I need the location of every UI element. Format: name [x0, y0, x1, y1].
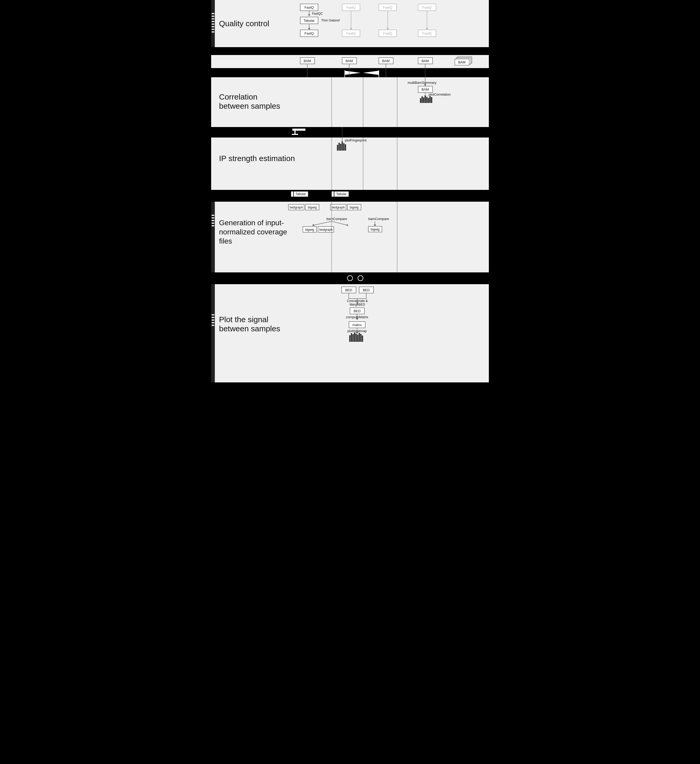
coverage-label-2: normalized coverage	[219, 228, 287, 236]
fastq-bottom-label-3: FastQ	[383, 31, 392, 35]
bamcompare-1-label: bamCompare	[326, 217, 347, 221]
bam-label-3: BAM	[382, 59, 390, 63]
ip-section	[211, 138, 489, 190]
chart-bar-7	[429, 96, 431, 103]
multibam-label: multiBamSummary	[408, 81, 437, 85]
chart-bar-5	[426, 97, 428, 103]
chart-bar-8	[431, 97, 432, 103]
hm-bar-8	[360, 334, 362, 342]
chart-bar-1	[420, 98, 421, 103]
bed-output-label: BED	[354, 309, 361, 313]
hm-bar-3	[352, 334, 354, 342]
sig-icon-bar3	[212, 319, 214, 321]
correlation-label-1: Correlation	[219, 92, 257, 101]
correlation-label-2: between samples	[219, 102, 280, 110]
hm-bar-7	[359, 333, 360, 342]
chart-bar-4	[425, 96, 426, 103]
hm-bar-6	[357, 335, 359, 342]
fp-bar-1	[337, 145, 338, 150]
chart-bar-6	[428, 98, 429, 103]
bedgraph-1-label: bedgraph	[290, 206, 303, 209]
plotheatmap-label: plotHeatmap	[348, 329, 367, 333]
qc-icon-bar3	[212, 18, 214, 19]
sep4-icon-r1	[332, 191, 334, 197]
scale-pole-l	[294, 131, 296, 134]
plotfingerprint-label: plotFingerprint	[345, 138, 366, 142]
plotcorr-label: plotCorrelation	[429, 92, 451, 96]
fastq-bottom-label-1: FastQ	[304, 31, 313, 35]
fp-bar-2	[338, 143, 340, 150]
bedgraph-bc1-label: bedgraph	[319, 228, 333, 232]
scale-icon-l	[292, 128, 305, 131]
coverage-label-3: files	[219, 237, 232, 245]
qc-icon-bar4	[212, 21, 214, 22]
qc-icon-bar6	[212, 26, 214, 27]
matrix-label: matrix	[352, 323, 362, 327]
bam-label-4: BAM	[421, 59, 429, 63]
bigwig-2-label: bigwig	[350, 206, 359, 209]
sep4-icon-l1	[291, 191, 293, 197]
concat-label-2: MergeBED	[350, 303, 365, 307]
bam-stacked-label: BAM	[458, 60, 465, 64]
cov-icon-bar3	[212, 220, 214, 221]
sep-5	[211, 272, 489, 284]
chart-bar-3	[423, 97, 424, 103]
scale-base-l	[292, 134, 298, 135]
trim-galore-label: Trim Galore!	[321, 18, 340, 22]
sep-1	[211, 47, 489, 55]
fastq-label-1: FastQ	[304, 6, 313, 9]
sig-icon-bar2	[212, 317, 214, 318]
cov-icon-bar4	[212, 222, 214, 224]
bam-label-1: BAM	[304, 59, 311, 63]
bigwig-1-label: bigwig	[308, 206, 317, 209]
qc-icon-bar8	[212, 31, 214, 33]
fp-bar-3	[340, 144, 341, 150]
bam-corr-label: BAM	[421, 88, 429, 91]
concat-label-1: Concatenate &	[347, 299, 368, 303]
sep4-tabular-r-label: Tabular	[336, 192, 346, 196]
fastq-bottom-label-4: FastQ	[422, 31, 431, 35]
hm-bar-1	[349, 335, 351, 342]
chart-bar-2	[421, 96, 423, 103]
sig-icon-bar1	[212, 314, 214, 315]
fp-bar-4	[341, 142, 343, 150]
fastq-bottom-label-2: FastQ	[346, 31, 355, 35]
qc-icon-bar1	[212, 13, 214, 14]
sep-3	[211, 127, 489, 138]
hm-bar-2	[351, 333, 352, 342]
bed-label-2: BED	[363, 288, 370, 292]
sig-icon-bar5	[212, 325, 214, 326]
sig-icon-bar4	[212, 322, 214, 323]
qc-icon-bar5	[212, 23, 214, 25]
signal-left-icon	[211, 284, 215, 382]
qc-icon-bar2	[212, 16, 214, 17]
fastq-label-2: FastQ	[346, 6, 355, 9]
fp-bar-5	[343, 143, 345, 150]
bigwig-bc2-label: bigwig	[371, 228, 380, 231]
coverage-section	[211, 202, 489, 272]
fastq-label-4: FastQ	[422, 6, 431, 9]
hm-bar-5	[355, 333, 357, 342]
bedgraph-2-label: bedgraph	[332, 206, 345, 209]
hm-bar-4	[354, 332, 355, 342]
sep-4	[211, 190, 489, 202]
quality-control-label: Quality control	[219, 19, 269, 28]
cov-icon-bar2	[212, 218, 214, 218]
fp-bar-6	[345, 144, 346, 150]
sep4-tabular-l-label: Tabular	[296, 192, 306, 196]
bamcompare-2-label: bamCompare	[368, 217, 389, 221]
hm-bar-9	[362, 335, 363, 342]
fastqc-label: FastQC	[312, 12, 323, 16]
workflow-diagram: Quality control FastQ FastQ FastQ FastQ …	[211, 0, 489, 382]
ip-label-1: IP strength estimation	[219, 154, 295, 163]
coverage-left-icon	[211, 202, 215, 272]
qc-icon-bar7	[212, 29, 214, 30]
bed-label-1: BED	[345, 288, 352, 292]
tabular-label: Tabular	[304, 19, 315, 22]
bigwig-bc1-l-label: bigwig	[305, 228, 314, 232]
fastq-label-3: FastQ	[383, 6, 392, 9]
signal-label-1: Plot the signal	[219, 315, 268, 324]
bam-label-2: BAM	[346, 59, 353, 63]
cov-icon-bar1	[212, 215, 214, 216]
compute-matrix-label: computeMatrix	[346, 315, 368, 319]
